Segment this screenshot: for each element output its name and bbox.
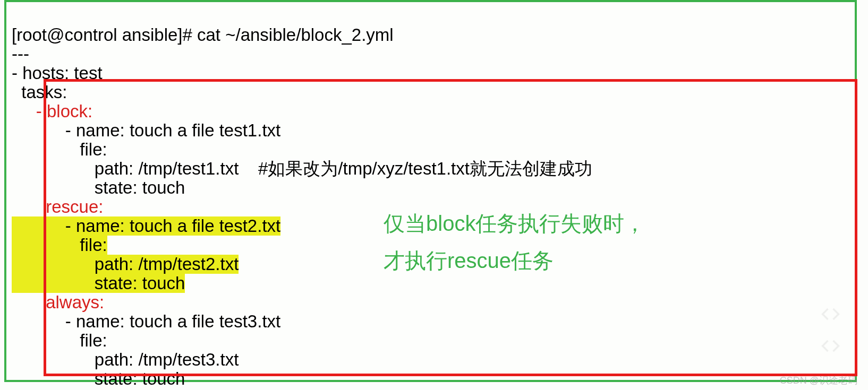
terminal-frame: [root@control ansible]# cat ~/ansible/bl…	[4, 0, 857, 382]
yaml-tasks: tasks:	[12, 82, 67, 102]
always-keyword: always:	[46, 292, 104, 312]
annotation-text: 仅当block任务执行失败时， 才执行rescue任务	[384, 205, 645, 279]
rescue-task-path: path: /tmp/test2.txt	[12, 255, 239, 274]
always-task-path: path: /tmp/test3.txt	[12, 350, 239, 369]
code-block: [root@control ansible]# cat ~/ansible/bl…	[12, 6, 592, 388]
rescue-header: rescue:	[12, 197, 103, 216]
rescue-task-state: state: touch	[12, 274, 185, 293]
annotation-line-1: 仅当block任务执行失败时，	[384, 212, 645, 235]
always-header: always:	[12, 292, 104, 312]
annotation-line-2: 才执行rescue任务	[384, 249, 554, 272]
block-task-comment: #如果改为/tmp/xyz/test1.txt就无法创建成功	[239, 159, 592, 178]
block-task-state: state: touch	[12, 178, 185, 197]
rescue-task-name: - name: touch a file test2.txt	[12, 216, 280, 236]
code-bracket-icon	[816, 304, 845, 325]
block-keyword: - block:	[36, 101, 92, 121]
block-task-path: path: /tmp/test1.txt	[12, 159, 239, 178]
rescue-keyword: rescue:	[46, 197, 103, 216]
prompt-line: [root@control ansible]# cat ~/ansible/bl…	[12, 25, 394, 45]
block-task-file: file:	[12, 140, 107, 159]
yaml-hosts: - hosts: test	[12, 63, 103, 83]
code-bracket-icon	[816, 335, 845, 357]
yaml-doc-start: ---	[12, 44, 29, 64]
block-task-name: - name: touch a file test1.txt	[12, 120, 280, 140]
always-task-state: state: touch	[12, 369, 185, 388]
block-task-path-row: path: /tmp/test1.txt #如果改为/tmp/xyz/test1…	[12, 159, 592, 178]
always-task-name: - name: touch a file test3.txt	[12, 311, 280, 331]
always-task-file: file:	[12, 331, 107, 350]
watermark-text: CSDN @识途老码	[780, 374, 857, 387]
rescue-task-file: file:	[12, 236, 107, 255]
block-header: - block:	[12, 101, 92, 121]
